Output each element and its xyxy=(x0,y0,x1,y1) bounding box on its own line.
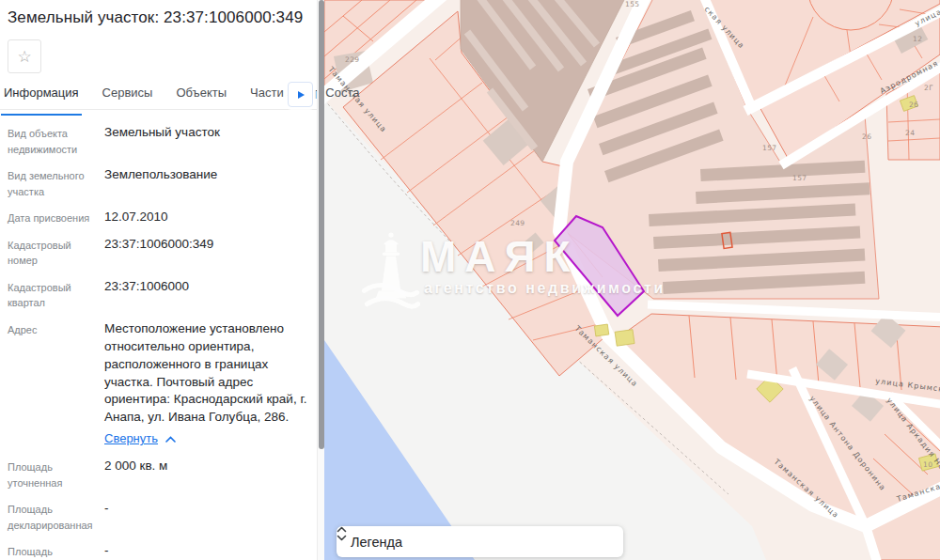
tab-services[interactable]: Сервисы xyxy=(102,86,153,109)
parcel-number: 24 xyxy=(905,129,915,137)
legend-label: Легенда xyxy=(351,535,612,550)
field-row: Площадь декларированная - xyxy=(0,500,317,533)
parcel-number: 155 xyxy=(625,0,640,8)
collapse-address-link[interactable]: Свернуть xyxy=(104,430,176,447)
field-row: Кадастровый квартал 23:37:1006000 xyxy=(0,278,317,311)
cadastral-map[interactable]: Таманская улица Таманская улица улица Ан… xyxy=(324,0,940,560)
parcel-number: 157 xyxy=(792,174,807,182)
parcel-number: 2Г xyxy=(924,84,933,92)
tabs-scroll-right-button[interactable] xyxy=(288,82,313,107)
info-panel: Земельный участок: 23:37:1006000:349 ☆ И… xyxy=(0,0,317,560)
attributes-list: Вид объекта недвижимости Земельный участ… xyxy=(0,124,317,560)
chevron-up-icon xyxy=(165,436,176,443)
tab-bar: Информация Сервисы Объекты Части ЗУ Сост… xyxy=(0,86,317,110)
field-row: Площадь - xyxy=(0,542,317,560)
parcel-number: 157 xyxy=(762,144,777,152)
parcel-number: 249 xyxy=(510,219,525,227)
parcel-number: 229 xyxy=(345,55,360,64)
field-row: Площадь уточненная 2 000 кв. м xyxy=(0,458,317,490)
expand-collapse-icon xyxy=(337,526,347,541)
field-row: Кадастровый номер 23:37:1006000:349 xyxy=(0,236,317,269)
tab-composition[interactable]: Соста xyxy=(325,86,359,109)
tab-information[interactable]: Информация xyxy=(4,86,79,109)
chevron-right-icon xyxy=(298,91,305,99)
parcel-number: 26 xyxy=(862,132,871,141)
field-row-address: Адрес Местоположение установлено относит… xyxy=(0,320,317,448)
star-icon: ☆ xyxy=(17,49,31,65)
sidebar-scrollbar[interactable] xyxy=(317,0,324,560)
parcel-number: 10 xyxy=(923,460,932,469)
legend-toggle[interactable]: Легенда xyxy=(337,526,623,557)
page-title: Земельный участок: 23:37:1006000:349 xyxy=(8,8,307,27)
field-row: Вид объекта недвижимости Земельный участ… xyxy=(0,124,317,157)
cadastral-app-window: Земельный участок: 23:37:1006000:349 ☆ И… xyxy=(0,0,940,560)
parcel-number: 2б xyxy=(909,101,918,109)
address-text: Местоположение установлено относительно … xyxy=(104,321,306,424)
tab-objects[interactable]: Объекты xyxy=(176,86,227,109)
field-row: Дата присвоения 12.07.2010 xyxy=(0,209,317,226)
favorite-button[interactable]: ☆ xyxy=(8,39,41,73)
parcel-number: 12 xyxy=(913,35,922,43)
scrollbar-thumb[interactable] xyxy=(319,0,324,449)
field-row: Вид земельного участка Землепользование xyxy=(0,166,317,199)
